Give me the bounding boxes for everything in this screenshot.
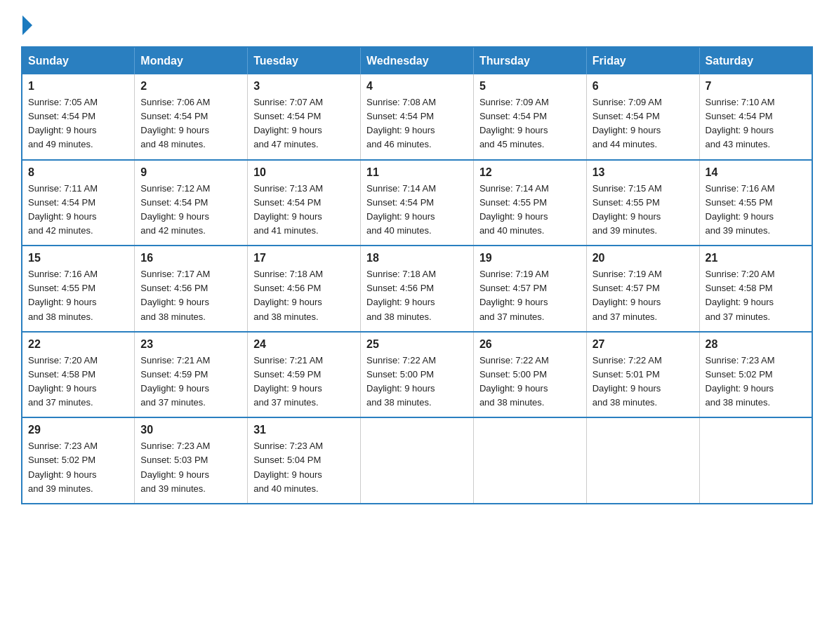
calendar-cell: 25Sunrise: 7:22 AMSunset: 5:00 PMDayligh… (361, 332, 474, 418)
calendar-header-row: SundayMondayTuesdayWednesdayThursdayFrid… (22, 47, 812, 74)
calendar-cell (361, 417, 474, 504)
calendar-cell: 22Sunrise: 7:20 AMSunset: 4:58 PMDayligh… (22, 332, 135, 418)
day-number: 8 (28, 166, 128, 179)
calendar-week-row: 22Sunrise: 7:20 AMSunset: 4:58 PMDayligh… (22, 332, 812, 418)
calendar-cell: 27Sunrise: 7:22 AMSunset: 5:01 PMDayligh… (586, 332, 699, 418)
calendar-cell: 23Sunrise: 7:21 AMSunset: 4:59 PMDayligh… (135, 332, 248, 418)
calendar-cell: 3Sunrise: 7:07 AMSunset: 4:54 PMDaylight… (248, 74, 361, 160)
day-number: 16 (140, 252, 241, 264)
day-info: Sunrise: 7:14 AMSunset: 4:55 PMDaylight:… (479, 182, 581, 239)
calendar-cell: 11Sunrise: 7:14 AMSunset: 4:54 PMDayligh… (361, 160, 474, 246)
calendar-cell: 16Sunrise: 7:17 AMSunset: 4:56 PMDayligh… (135, 246, 248, 332)
day-number: 22 (28, 338, 128, 351)
day-number: 17 (253, 252, 355, 264)
calendar-cell (473, 417, 586, 504)
day-number: 21 (706, 252, 806, 264)
calendar-cell: 14Sunrise: 7:16 AMSunset: 4:55 PMDayligh… (699, 160, 812, 246)
day-info: Sunrise: 7:22 AMSunset: 5:01 PMDaylight:… (593, 354, 694, 410)
day-info: Sunrise: 7:14 AMSunset: 4:54 PMDaylight:… (366, 182, 468, 239)
calendar-cell: 24Sunrise: 7:21 AMSunset: 4:59 PMDayligh… (248, 332, 361, 418)
day-info: Sunrise: 7:06 AMSunset: 4:54 PMDaylight:… (140, 95, 241, 152)
day-info: Sunrise: 7:21 AMSunset: 4:59 PMDaylight:… (253, 354, 355, 410)
logo (21, 14, 32, 32)
calendar-cell: 5Sunrise: 7:09 AMSunset: 4:54 PMDaylight… (473, 74, 586, 160)
day-number: 15 (28, 252, 128, 264)
day-info: Sunrise: 7:15 AMSunset: 4:55 PMDaylight:… (593, 182, 694, 239)
calendar-cell: 29Sunrise: 7:23 AMSunset: 5:02 PMDayligh… (22, 417, 135, 504)
day-info: Sunrise: 7:17 AMSunset: 4:56 PMDaylight:… (140, 267, 241, 324)
calendar-cell: 4Sunrise: 7:08 AMSunset: 4:54 PMDaylight… (361, 74, 474, 160)
day-number: 29 (28, 424, 128, 436)
day-info: Sunrise: 7:22 AMSunset: 5:00 PMDaylight:… (479, 354, 581, 410)
calendar-cell: 10Sunrise: 7:13 AMSunset: 4:54 PMDayligh… (248, 160, 361, 246)
calendar-cell: 21Sunrise: 7:20 AMSunset: 4:58 PMDayligh… (699, 246, 812, 332)
logo-arrow-icon (22, 15, 32, 35)
day-info: Sunrise: 7:09 AMSunset: 4:54 PMDaylight:… (593, 95, 694, 152)
day-number: 12 (479, 166, 581, 179)
day-info: Sunrise: 7:09 AMSunset: 4:54 PMDaylight:… (479, 95, 581, 152)
day-of-week-header: Wednesday (361, 47, 474, 74)
day-number: 23 (140, 338, 241, 351)
day-number: 7 (706, 80, 806, 93)
day-number: 20 (593, 252, 694, 264)
day-of-week-header: Friday (586, 47, 699, 74)
calendar-cell: 17Sunrise: 7:18 AMSunset: 4:56 PMDayligh… (248, 246, 361, 332)
calendar-cell: 15Sunrise: 7:16 AMSunset: 4:55 PMDayligh… (22, 246, 135, 332)
day-number: 30 (140, 424, 241, 436)
day-info: Sunrise: 7:23 AMSunset: 5:02 PMDaylight:… (706, 354, 806, 410)
day-number: 25 (366, 338, 468, 351)
day-number: 5 (479, 80, 581, 93)
day-info: Sunrise: 7:12 AMSunset: 4:54 PMDaylight:… (140, 182, 241, 239)
day-info: Sunrise: 7:16 AMSunset: 4:55 PMDaylight:… (28, 267, 128, 324)
calendar-cell: 28Sunrise: 7:23 AMSunset: 5:02 PMDayligh… (699, 332, 812, 418)
day-of-week-header: Sunday (22, 47, 135, 74)
calendar-week-row: 15Sunrise: 7:16 AMSunset: 4:55 PMDayligh… (22, 246, 812, 332)
calendar-cell: 6Sunrise: 7:09 AMSunset: 4:54 PMDaylight… (586, 74, 699, 160)
calendar-week-row: 1Sunrise: 7:05 AMSunset: 4:54 PMDaylight… (22, 74, 812, 160)
day-number: 2 (140, 80, 241, 93)
day-number: 18 (366, 252, 468, 264)
day-number: 6 (593, 80, 694, 93)
day-info: Sunrise: 7:19 AMSunset: 4:57 PMDaylight:… (479, 267, 581, 324)
day-number: 13 (593, 166, 694, 179)
calendar-cell: 20Sunrise: 7:19 AMSunset: 4:57 PMDayligh… (586, 246, 699, 332)
calendar-table: SundayMondayTuesdayWednesdayThursdayFrid… (21, 46, 813, 504)
calendar-cell: 26Sunrise: 7:22 AMSunset: 5:00 PMDayligh… (473, 332, 586, 418)
day-number: 19 (479, 252, 581, 264)
day-info: Sunrise: 7:22 AMSunset: 5:00 PMDaylight:… (366, 354, 468, 410)
calendar-cell: 8Sunrise: 7:11 AMSunset: 4:54 PMDaylight… (22, 160, 135, 246)
day-number: 14 (706, 166, 806, 179)
day-info: Sunrise: 7:10 AMSunset: 4:54 PMDaylight:… (706, 95, 806, 152)
page-header (21, 14, 813, 32)
day-number: 3 (253, 80, 355, 93)
calendar-cell: 9Sunrise: 7:12 AMSunset: 4:54 PMDaylight… (135, 160, 248, 246)
calendar-week-row: 29Sunrise: 7:23 AMSunset: 5:02 PMDayligh… (22, 417, 812, 504)
day-info: Sunrise: 7:23 AMSunset: 5:03 PMDaylight:… (140, 439, 241, 496)
day-info: Sunrise: 7:13 AMSunset: 4:54 PMDaylight:… (253, 182, 355, 239)
day-of-week-header: Saturday (699, 47, 812, 74)
calendar-cell: 7Sunrise: 7:10 AMSunset: 4:54 PMDaylight… (699, 74, 812, 160)
day-info: Sunrise: 7:08 AMSunset: 4:54 PMDaylight:… (366, 95, 468, 152)
calendar-cell: 31Sunrise: 7:23 AMSunset: 5:04 PMDayligh… (248, 417, 361, 504)
day-number: 28 (706, 338, 806, 351)
day-info: Sunrise: 7:18 AMSunset: 4:56 PMDaylight:… (366, 267, 468, 324)
day-info: Sunrise: 7:23 AMSunset: 5:04 PMDaylight:… (253, 439, 355, 496)
day-number: 10 (253, 166, 355, 179)
day-info: Sunrise: 7:07 AMSunset: 4:54 PMDaylight:… (253, 95, 355, 152)
calendar-cell (699, 417, 812, 504)
day-number: 24 (253, 338, 355, 351)
calendar-cell: 30Sunrise: 7:23 AMSunset: 5:03 PMDayligh… (135, 417, 248, 504)
day-of-week-header: Tuesday (248, 47, 361, 74)
day-number: 26 (479, 338, 581, 351)
day-number: 31 (253, 424, 355, 436)
day-info: Sunrise: 7:21 AMSunset: 4:59 PMDaylight:… (140, 354, 241, 410)
calendar-cell: 13Sunrise: 7:15 AMSunset: 4:55 PMDayligh… (586, 160, 699, 246)
day-number: 9 (140, 166, 241, 179)
day-number: 11 (366, 166, 468, 179)
calendar-cell: 12Sunrise: 7:14 AMSunset: 4:55 PMDayligh… (473, 160, 586, 246)
calendar-cell: 19Sunrise: 7:19 AMSunset: 4:57 PMDayligh… (473, 246, 586, 332)
day-number: 4 (366, 80, 468, 93)
day-number: 27 (593, 338, 694, 351)
calendar-week-row: 8Sunrise: 7:11 AMSunset: 4:54 PMDaylight… (22, 160, 812, 246)
day-info: Sunrise: 7:20 AMSunset: 4:58 PMDaylight:… (28, 354, 128, 410)
